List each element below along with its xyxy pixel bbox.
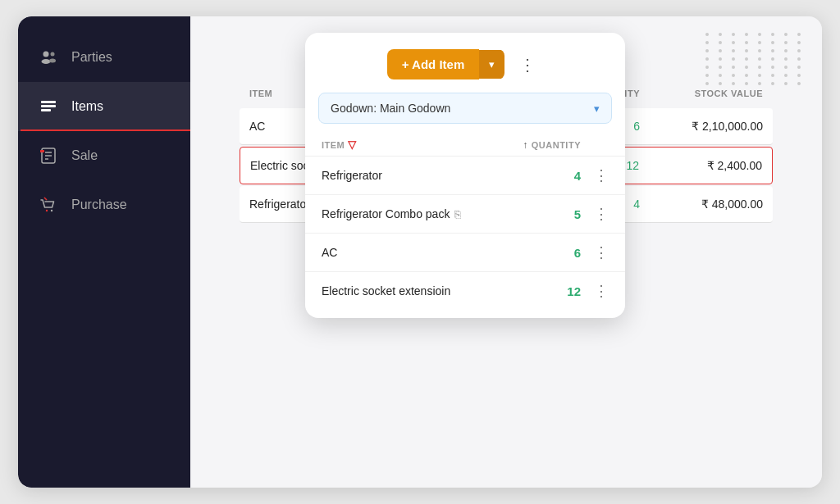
svg-rect-4 [41,101,56,103]
svg-line-14 [44,198,47,200]
purchase-icon [37,193,60,216]
popup-row-qty: 4 [523,169,581,183]
godown-label: Godown: Main Godown [331,102,450,115]
popup-row-qty: 5 [523,207,581,221]
sidebar-item-purchase[interactable]: Purchase [18,180,190,229]
popup-qty-col-header: ↑ QUANTITY [507,138,581,151]
popup-row-more-button[interactable]: ⋮ [589,282,609,300]
sidebar-items-label: Items [71,99,103,114]
bg-col-stock-header: STOCK VALUE [656,89,763,98]
popup-row-qty: 6 [523,246,581,260]
popup-table-row: Electric socket extensioin 12 ⋮ [305,272,625,310]
godown-chevron-icon: ▾ [594,102,600,115]
popup-header: + Add Item ▾ ⋮ [305,49,625,93]
add-item-dropdown-arrow[interactable]: ▾ [479,50,504,79]
sidebar-item-sale[interactable]: Sale [18,131,190,180]
main-content: const dotContainer = document.querySelec… [190,16,822,488]
svg-point-2 [51,52,55,57]
sale-icon [37,144,60,167]
copy-icon: ⎘ [454,208,461,220]
sidebar-purchase-label: Purchase [71,198,127,212]
svg-rect-6 [41,109,51,111]
popup-item-col-header: ITEM ▽ [322,138,499,151]
bg-row-stock-value: ₹ 2,10,000.00 [656,120,763,133]
godown-selector[interactable]: Godown: Main Godown ▾ [318,93,612,124]
sidebar-parties-label: Parties [71,50,112,65]
items-icon [37,95,60,118]
popup-table-row: Refrigerator 4 ⋮ [305,157,625,195]
popup-row-more-button[interactable]: ⋮ [589,205,609,223]
sidebar-sale-label: Sale [71,148,98,163]
bg-row-stock-value: ₹ 48,000.00 [656,198,763,211]
popup-row-item-name: Refrigerator Combo pack⎘ [322,207,515,220]
sidebar: Parties Items Sa [18,16,190,488]
popup-table-row: Refrigerator Combo pack⎘ 5 ⋮ [305,195,625,234]
sort-icon[interactable]: ↑ [523,139,528,151]
popup-row-more-button[interactable]: ⋮ [589,243,609,261]
sidebar-item-items[interactable]: Items [18,82,190,131]
svg-rect-5 [41,105,56,107]
popup-row-item-name: Refrigerator [322,169,515,182]
svg-rect-11 [40,150,44,152]
bg-row-stock-value: ₹ 2,400.00 [655,159,762,172]
sidebar-item-parties[interactable]: Parties [18,33,190,82]
popup-row-more-button[interactable]: ⋮ [589,166,609,184]
more-options-button[interactable]: ⋮ [513,52,543,78]
popup-row-item-name: AC [322,246,515,259]
popup-row-item-name: Electric socket extensioin [322,284,515,297]
filter-icon[interactable]: ▽ [348,138,357,151]
svg-point-1 [42,59,51,64]
popup-table-row: AC 6 ⋮ [305,234,625,272]
add-item-button-group[interactable]: + Add Item ▾ [387,49,505,79]
add-item-main-button[interactable]: + Add Item [387,49,480,79]
svg-point-12 [46,210,48,211]
svg-point-0 [43,52,49,57]
svg-point-13 [51,210,52,211]
parties-icon [37,46,60,69]
svg-point-3 [49,59,56,63]
popup-table-header: ITEM ▽ ↑ QUANTITY [305,134,625,157]
item-dropdown-popup: + Add Item ▾ ⋮ Godown: Main Godown ▾ ITE… [305,33,625,318]
popup-row-qty: 12 [523,284,581,298]
